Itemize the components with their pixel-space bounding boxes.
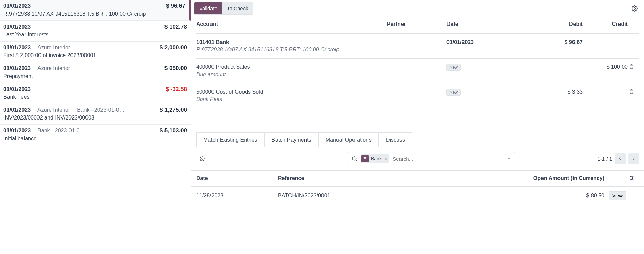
transaction-item[interactable]: 01/01/2023Azure Interior$ 650.00Prepayme… bbox=[0, 62, 191, 83]
tx-description: Initial balance bbox=[3, 136, 187, 142]
search-icon bbox=[348, 156, 361, 161]
transaction-item[interactable]: 01/01/2023$ 102.78Last Year Interests bbox=[0, 21, 191, 42]
result-reference: BATCH/IN/2023/0001 bbox=[278, 193, 506, 199]
tab-batch-payments[interactable]: Batch Payments bbox=[264, 132, 318, 147]
svg-point-7 bbox=[630, 176, 631, 177]
status-buttons: Validate To Check bbox=[194, 2, 253, 15]
trash-icon[interactable] bbox=[629, 64, 639, 69]
tx-date: 01/01/2023 bbox=[3, 128, 31, 134]
tx-description: Prepayment bbox=[3, 73, 187, 79]
transaction-item[interactable]: 01/01/2023$ 96.67R:9772938 10/07 AX 9415… bbox=[0, 0, 191, 21]
transaction-item[interactable]: 01/01/2023$ -32.58Bank Fees bbox=[0, 83, 191, 104]
tab-discuss[interactable]: Discuss bbox=[379, 132, 412, 147]
svg-point-0 bbox=[634, 7, 636, 9]
main-panel: Validate To Check Account Partner Date D… bbox=[191, 0, 644, 254]
pager-prev-button[interactable] bbox=[615, 153, 626, 164]
tx-date: 01/01/2023 bbox=[3, 86, 31, 92]
tabs: Match Existing EntriesBatch PaymentsManu… bbox=[196, 132, 639, 147]
tx-description: R:9772938 10/07 AX 9415116318 T:5 BRT: 1… bbox=[3, 11, 185, 17]
search-row: Bank × 1-1 / 1 bbox=[191, 147, 644, 171]
result-amount: $ 80.50 bbox=[506, 193, 609, 199]
view-button[interactable]: View bbox=[609, 191, 626, 200]
tab-match-existing-entries[interactable]: Match Existing Entries bbox=[196, 132, 264, 147]
svg-point-9 bbox=[631, 179, 632, 180]
funnel-icon bbox=[361, 155, 369, 162]
line-debit bbox=[521, 64, 583, 78]
validate-button[interactable]: Validate bbox=[194, 2, 222, 14]
gear-icon[interactable] bbox=[196, 155, 208, 163]
filter-chip-label: Bank bbox=[371, 156, 382, 161]
tx-amount: $ 102.78 bbox=[164, 23, 187, 30]
result-date: 11/28/2023 bbox=[196, 193, 278, 199]
line-credit bbox=[583, 89, 629, 102]
tx-date: 01/01/2023 bbox=[3, 24, 31, 30]
line-debit: $ 3.33 bbox=[521, 89, 583, 102]
journal-line[interactable]: 101401 BankR:9772938 10/07 AX 9415116318… bbox=[196, 34, 639, 59]
col-header-date: Date bbox=[196, 175, 278, 181]
account-sub: Bank Fees bbox=[196, 96, 387, 102]
account-name: 400000 Product Sales bbox=[196, 64, 387, 70]
svg-point-1 bbox=[202, 158, 203, 159]
tx-description: Bank Fees bbox=[3, 94, 187, 100]
transaction-item[interactable]: 01/01/2023Azure Interior$ 2,000.00First … bbox=[0, 42, 191, 62]
tx-description: First $ 2,000.00 of invoice 2023/00001 bbox=[3, 52, 187, 59]
lines-header: Account Partner Date Debit Credit bbox=[196, 15, 639, 34]
line-credit bbox=[583, 39, 629, 53]
tx-partner: Azure Interior bbox=[37, 45, 70, 51]
gear-icon[interactable] bbox=[628, 3, 641, 14]
filter-chip[interactable]: Bank × bbox=[361, 154, 389, 163]
account-name: 500000 Cost of Goods Sold bbox=[196, 89, 387, 95]
line-partner bbox=[387, 39, 446, 53]
pager-text: 1-1 / 1 bbox=[597, 156, 612, 162]
svg-point-2 bbox=[352, 157, 356, 160]
results-header: Date Reference Open Amount (in Currency) bbox=[191, 171, 644, 187]
tx-description: Last Year Interests bbox=[3, 32, 187, 38]
journal-line[interactable]: 500000 Cost of Goods SoldBank FeesNew$ 3… bbox=[196, 83, 639, 108]
col-header-debit: Debit bbox=[521, 21, 583, 27]
journal-line[interactable]: 400000 Product SalesDue amountNew$ 100.0… bbox=[196, 59, 639, 83]
line-partner bbox=[387, 64, 446, 78]
tx-amount: $ 2,000.00 bbox=[160, 44, 187, 51]
line-date: New bbox=[446, 64, 521, 78]
col-header-open-amount: Open Amount (in Currency) bbox=[506, 175, 609, 181]
tx-date: 01/01/2023 bbox=[3, 3, 31, 9]
col-header-partner: Partner bbox=[387, 21, 446, 27]
col-header-date: Date bbox=[446, 21, 521, 27]
line-date: New bbox=[446, 89, 521, 102]
tx-amount: $ 5,103.00 bbox=[160, 127, 187, 134]
tx-date: 01/01/2023 bbox=[3, 45, 31, 51]
tx-amount: $ 650.00 bbox=[164, 65, 187, 72]
tx-bank: Bank - 2023-01-0… bbox=[77, 107, 125, 113]
svg-point-8 bbox=[632, 178, 633, 179]
tx-partner: Azure Interior bbox=[37, 65, 70, 72]
search-box[interactable]: Bank × bbox=[348, 152, 515, 165]
col-header-credit: Credit bbox=[583, 21, 629, 27]
settings-icon[interactable] bbox=[629, 175, 639, 181]
col-header-reference: Reference bbox=[278, 175, 506, 181]
transaction-item[interactable]: 01/01/2023Bank - 2023-01-0…$ 5,103.00Ini… bbox=[0, 125, 191, 145]
pager: 1-1 / 1 bbox=[597, 153, 639, 164]
transaction-item[interactable]: 01/01/2023Azure InteriorBank - 2023-01-0… bbox=[0, 104, 191, 125]
account-sub: Due amount bbox=[196, 72, 387, 78]
search-input[interactable] bbox=[391, 155, 503, 163]
search-dropdown-button[interactable] bbox=[503, 152, 515, 165]
tab-manual-operations[interactable]: Manual Operations bbox=[318, 132, 379, 147]
line-partner bbox=[387, 89, 446, 102]
line-credit: $ 100.00 bbox=[583, 64, 629, 78]
status-badge: New bbox=[446, 64, 461, 71]
account-sub: R:9772938 10/07 AX 9415116318 T:5 BRT: 1… bbox=[196, 47, 387, 53]
tx-amount: $ 1,275.00 bbox=[160, 107, 187, 113]
topbar: Validate To Check bbox=[191, 0, 644, 15]
pager-next-button[interactable] bbox=[628, 153, 639, 164]
journal-lines: Account Partner Date Debit Credit 101401… bbox=[191, 15, 644, 108]
col-header-account: Account bbox=[196, 21, 387, 27]
tx-date: 01/01/2023 bbox=[3, 107, 31, 113]
tx-amount: $ 96.67 bbox=[166, 3, 185, 10]
tx-partner: Azure Interior bbox=[37, 107, 70, 113]
tx-amount: $ -32.58 bbox=[166, 86, 187, 93]
trash-icon[interactable] bbox=[629, 89, 639, 94]
result-row[interactable]: 11/28/2023BATCH/IN/2023/0001$ 80.50View bbox=[191, 187, 644, 205]
to-check-button[interactable]: To Check bbox=[222, 2, 253, 14]
close-icon[interactable]: × bbox=[384, 156, 387, 161]
line-debit: $ 96.67 bbox=[521, 39, 583, 53]
